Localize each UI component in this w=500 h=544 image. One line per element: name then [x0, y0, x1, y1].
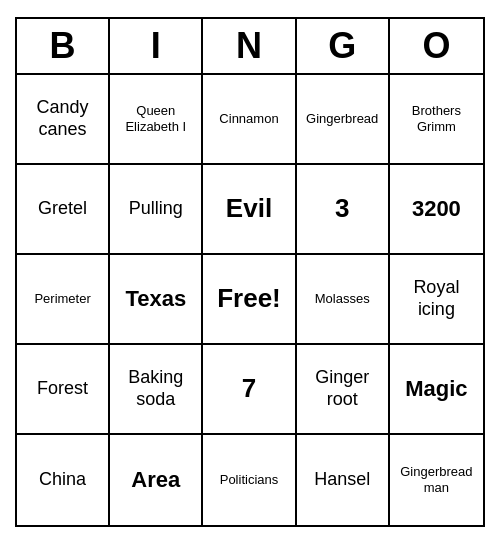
bingo-cell: Free! [203, 255, 296, 345]
cell-text: Politicians [220, 472, 279, 488]
bingo-cell: Queen Elizabeth I [110, 75, 203, 165]
cell-text: Ginger root [301, 367, 384, 410]
bingo-cell: Molasses [297, 255, 390, 345]
cell-text: Cinnamon [219, 111, 278, 127]
bingo-cell: Gingerbread [297, 75, 390, 165]
bingo-cell: Texas [110, 255, 203, 345]
cell-text: Gingerbread [306, 111, 378, 127]
bingo-cell: Politicians [203, 435, 296, 525]
bingo-cell: 7 [203, 345, 296, 435]
bingo-cell: Area [110, 435, 203, 525]
bingo-cell: Cinnamon [203, 75, 296, 165]
cell-text: Royal icing [394, 277, 479, 320]
cell-text: Pulling [129, 198, 183, 220]
cell-text: Perimeter [34, 291, 90, 307]
bingo-grid: Candy canesQueen Elizabeth ICinnamonGing… [17, 75, 483, 525]
bingo-letter: B [17, 19, 110, 73]
bingo-card: BINGO Candy canesQueen Elizabeth ICinnam… [15, 17, 485, 527]
cell-text: Hansel [314, 469, 370, 491]
cell-text: Magic [405, 376, 467, 402]
cell-text: Area [131, 467, 180, 493]
bingo-cell: Baking soda [110, 345, 203, 435]
cell-text: Free! [217, 283, 281, 314]
cell-text: Evil [226, 193, 272, 224]
cell-text: Queen Elizabeth I [114, 103, 197, 134]
bingo-letter: G [297, 19, 390, 73]
cell-text: Brothers Grimm [394, 103, 479, 134]
cell-text: Texas [125, 286, 186, 312]
bingo-cell: Forest [17, 345, 110, 435]
bingo-cell: Pulling [110, 165, 203, 255]
cell-text: 3 [335, 193, 349, 224]
cell-text: Molasses [315, 291, 370, 307]
bingo-cell: Candy canes [17, 75, 110, 165]
bingo-cell: Gretel [17, 165, 110, 255]
cell-text: China [39, 469, 86, 491]
bingo-cell: Perimeter [17, 255, 110, 345]
bingo-cell: 3 [297, 165, 390, 255]
cell-text: Candy canes [21, 97, 104, 140]
bingo-letter: O [390, 19, 483, 73]
bingo-letter: N [203, 19, 296, 73]
cell-text: Baking soda [114, 367, 197, 410]
cell-text: 7 [242, 373, 256, 404]
bingo-cell: Gingerbread man [390, 435, 483, 525]
cell-text: Gingerbread man [394, 464, 479, 495]
bingo-header: BINGO [17, 19, 483, 75]
bingo-cell: Magic [390, 345, 483, 435]
bingo-cell: Hansel [297, 435, 390, 525]
bingo-letter: I [110, 19, 203, 73]
bingo-cell: Ginger root [297, 345, 390, 435]
bingo-cell: Royal icing [390, 255, 483, 345]
cell-text: Forest [37, 378, 88, 400]
cell-text: 3200 [412, 196, 461, 222]
bingo-cell: China [17, 435, 110, 525]
bingo-cell: Brothers Grimm [390, 75, 483, 165]
bingo-cell: Evil [203, 165, 296, 255]
cell-text: Gretel [38, 198, 87, 220]
bingo-cell: 3200 [390, 165, 483, 255]
